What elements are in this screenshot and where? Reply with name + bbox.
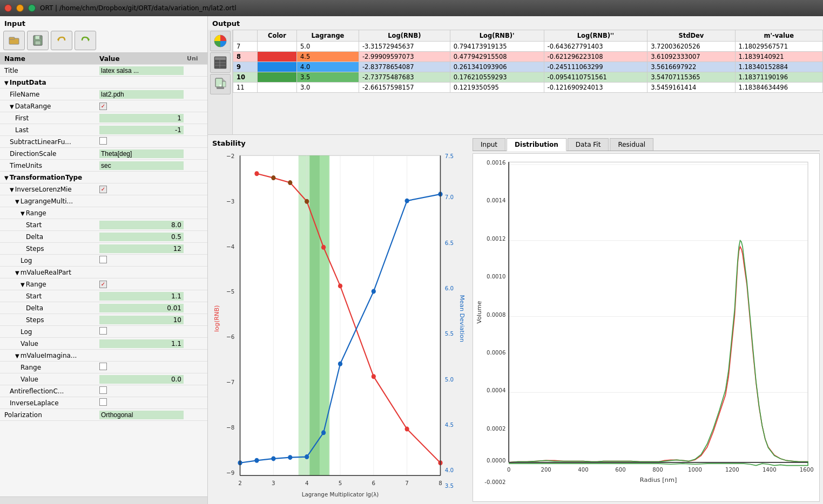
table-row[interactable]: 10 3.5 -2.73775487683 0.176210559293 -0.… <box>233 72 823 83</box>
lagrange-delta-value: 0.5 <box>99 233 184 241</box>
prop-lagrangemulti-row[interactable]: ▼LagrangeMulti... <box>0 195 207 207</box>
chart-icon-button[interactable] <box>210 31 231 51</box>
svg-marker-8 <box>87 39 90 42</box>
prop-mvalueimagina-row[interactable]: ▼mValueImagina... <box>0 350 207 362</box>
svg-text:2: 2 <box>238 480 242 487</box>
save-file-button[interactable] <box>27 31 49 50</box>
export-icon-button[interactable] <box>210 74 231 94</box>
svg-text:−7: −7 <box>226 379 234 386</box>
prop-mreal-steps-label: Steps <box>0 315 97 325</box>
tab-distribution[interactable]: Distribution <box>507 138 566 151</box>
prop-lagrange-range-row[interactable]: ▼Range <box>0 207 207 219</box>
lagrange-cell: 3.5 <box>296 72 359 83</box>
logrbn-cell: -2.83778654087 <box>359 62 450 72</box>
svg-text:0.0016: 0.0016 <box>487 160 506 166</box>
col-logrbnp-header: Log(RNB)' <box>450 30 544 42</box>
mreal-delta-value: 0.01 <box>99 304 184 312</box>
svg-point-58 <box>305 199 309 204</box>
prop-lagrange-start-row: Start 8.0 <box>0 219 207 231</box>
minimize-btn[interactable] <box>16 4 24 12</box>
prop-datarange-row[interactable]: ▼DataRange <box>0 100 207 112</box>
svg-point-65 <box>254 458 259 463</box>
mimag-range-checkbox[interactable] <box>99 363 107 370</box>
prop-mreal-range-row[interactable]: ▼Range <box>0 278 207 290</box>
tab-residual[interactable]: Residual <box>610 138 653 151</box>
mval-cell: 1.18384634496 <box>735 83 822 93</box>
table-row[interactable]: 11 3.0 -2.66157598157 0.1219350595 -0.12… <box>233 83 823 93</box>
output-table-area: Color Lagrange Log(RNB) Log(RNB)' Log(RN… <box>208 30 823 135</box>
logrbnp-cell: 0.794173919135 <box>450 42 544 52</box>
stability-chart: Stability −2 −3 −4 −5 <box>208 135 473 504</box>
prop-mreal-log-row: Log <box>0 326 207 338</box>
prop-inverselorenz-label: ▼InverseLorenzMie <box>0 185 97 194</box>
input-panel: Input Name Value Uni <box>0 16 208 504</box>
tab-datafit[interactable]: Data Fit <box>568 138 609 151</box>
row-id: 10 <box>233 72 258 83</box>
prop-inverselaplace-row: InverseLaplace <box>0 397 207 409</box>
svg-text:−4: −4 <box>226 243 234 250</box>
prop-inputdata-row[interactable]: ▼InputData <box>0 77 207 88</box>
prop-filename-value[interactable] <box>97 90 186 99</box>
prop-mreal-delta-row: Delta 0.01 <box>0 302 207 314</box>
svg-text:6.0: 6.0 <box>445 284 454 292</box>
prop-antireflection-row: AntireflectionC... <box>0 385 207 397</box>
input-toolbar <box>0 30 207 52</box>
prop-transformtype-row[interactable]: ▼TransformationType <box>0 172 207 183</box>
timeunits-input[interactable] <box>99 161 184 170</box>
svg-text:7.0: 7.0 <box>445 193 454 201</box>
prop-title-row: Title <box>0 65 207 77</box>
col-color-header: Color <box>258 30 297 42</box>
maximize-btn[interactable] <box>28 4 36 12</box>
prop-mreal-steps-row: Steps 10 <box>0 314 207 326</box>
prop-title-label: Title <box>0 66 97 76</box>
svg-marker-7 <box>57 39 59 42</box>
polarization-input[interactable] <box>99 411 184 419</box>
mreal-value: 1.1 <box>99 339 184 348</box>
prop-mreal-value-label: Value <box>0 339 97 349</box>
prop-first-label: First <box>0 113 97 123</box>
svg-text:5.5: 5.5 <box>445 330 454 337</box>
logrbnpp-cell: -0.621296223108 <box>544 52 647 62</box>
svg-rect-22 <box>309 155 320 475</box>
horizontal-scrollbar-left[interactable] <box>0 496 207 504</box>
row-id: 7 <box>233 42 258 52</box>
output-data-table: Color Lagrange Log(RNB) Log(RNB)' Log(RN… <box>233 30 823 93</box>
close-btn[interactable] <box>4 4 12 12</box>
mreal-log-checkbox[interactable] <box>99 327 107 335</box>
filename-input[interactable] <box>99 90 184 99</box>
prop-subtractlinear-label: SubtractLinearFu... <box>0 137 97 147</box>
antireflection-checkbox[interactable] <box>99 386 107 394</box>
lagrange-start-value: 8.0 <box>99 221 184 229</box>
table-row[interactable]: 7 5.0 -3.31572945637 0.794173919135 -0.6… <box>233 42 823 52</box>
table-icon-button[interactable] <box>210 52 231 73</box>
svg-rect-17 <box>222 81 226 87</box>
svg-text:−8: −8 <box>226 424 234 432</box>
open-file-button[interactable] <box>3 31 25 50</box>
datarange-checkbox[interactable] <box>99 103 107 110</box>
inverselaplace-checkbox[interactable] <box>99 398 107 406</box>
table-row[interactable]: 9 4.0 -2.83778654087 0.261341093906 -0.2… <box>233 62 823 72</box>
mreal-range-checkbox[interactable] <box>99 281 107 288</box>
lagrange-log-checkbox[interactable] <box>99 256 107 263</box>
redo-button[interactable] <box>75 31 96 50</box>
stability-plot: −2 −3 −4 −5 −6 −7 −8 −9 7.5 7.0 6.5 6.0 … <box>212 149 468 500</box>
undo-button[interactable] <box>51 31 72 50</box>
prop-title-value[interactable] <box>97 66 186 76</box>
svg-point-57 <box>288 180 292 185</box>
col-lagrange-header: Lagrange <box>296 30 359 42</box>
table-row[interactable]: 8 4.5 -2.99909597073 0.477942915508 -0.6… <box>233 52 823 62</box>
svg-text:−2: −2 <box>226 152 234 160</box>
col-name: Name <box>0 54 97 64</box>
prop-mvaluereal-row[interactable]: ▼mValueRealPart <box>0 267 207 278</box>
directionscale-input[interactable] <box>99 149 184 158</box>
svg-text:3.5: 3.5 <box>445 482 454 489</box>
tab-input[interactable]: Input <box>473 138 505 151</box>
row-id: 11 <box>233 83 258 93</box>
logrbnpp-cell: -0.121690924013 <box>544 83 647 93</box>
inverselorenz-checkbox[interactable] <box>99 186 107 193</box>
prop-inverselorenz-row[interactable]: ▼InverseLorenzMie <box>0 183 207 195</box>
svg-text:1000: 1000 <box>688 467 702 473</box>
title-input[interactable] <box>99 66 184 75</box>
subtractlinear-checkbox[interactable] <box>99 137 107 145</box>
col-mval-header: m'-value <box>735 30 822 42</box>
